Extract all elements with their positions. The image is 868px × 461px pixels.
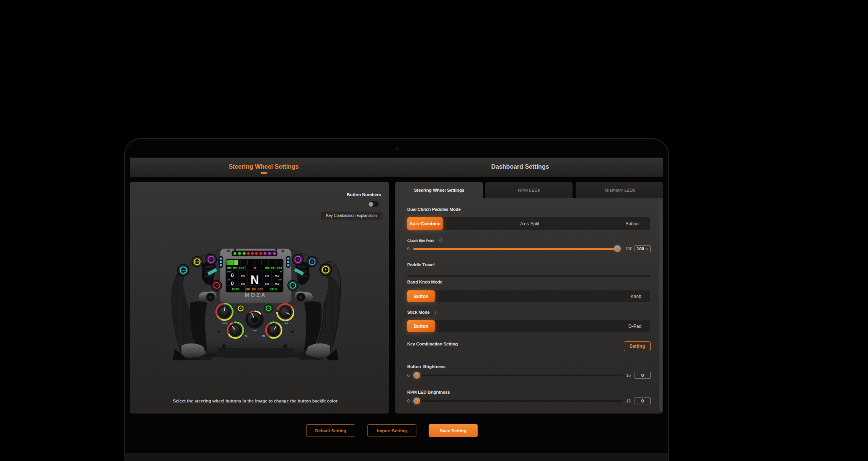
svg-text:BOX: BOX	[195, 261, 199, 263]
svg-text:MG: MG	[285, 322, 288, 324]
svg-text:R: R	[240, 307, 242, 310]
svg-text:FUEL: FUEL	[279, 279, 282, 281]
svg-text:0.0: 0.0	[241, 274, 245, 277]
svg-text:ERS: ERS	[270, 287, 277, 291]
svg-text:AFU: AFU	[252, 329, 256, 332]
svg-text:0.0: 0.0	[265, 282, 269, 285]
svg-text:00:00.000: 00:00.000	[265, 266, 282, 270]
svg-text:MS: MS	[262, 335, 266, 337]
svg-text:N: N	[268, 307, 269, 310]
svg-text:P: P	[325, 268, 327, 271]
svg-text:00:00.000: 00:00.000	[246, 288, 263, 292]
svg-text:0: 0	[231, 280, 234, 286]
svg-text:LAP: LAP	[227, 279, 230, 281]
svg-text:S1: S1	[210, 258, 212, 261]
svg-text:00:00.000: 00:00.000	[227, 266, 244, 270]
svg-text:N: N	[250, 273, 259, 287]
svg-text:S2: S2	[297, 258, 299, 261]
svg-text:0.0: 0.0	[275, 282, 280, 285]
svg-text:MGU: MGU	[223, 322, 228, 324]
svg-text:TC: TC	[245, 335, 247, 337]
svg-text:0: 0	[231, 272, 234, 278]
svg-text:RACING: RACING	[248, 299, 263, 301]
svg-text:0.0: 0.0	[275, 274, 280, 277]
svg-text:RL: RL	[311, 261, 313, 263]
svg-text:0.0: 0.0	[241, 282, 245, 285]
svg-text:DRS: DRS	[232, 287, 239, 291]
svg-text:0.0: 0.0	[265, 274, 269, 277]
svg-text:0: 0	[254, 266, 256, 270]
svg-text:BR: BR	[280, 271, 282, 273]
svg-text:DRS: DRS	[181, 269, 185, 271]
svg-text:MOZA: MOZA	[245, 292, 266, 298]
svg-text:TP: TP	[292, 284, 294, 287]
